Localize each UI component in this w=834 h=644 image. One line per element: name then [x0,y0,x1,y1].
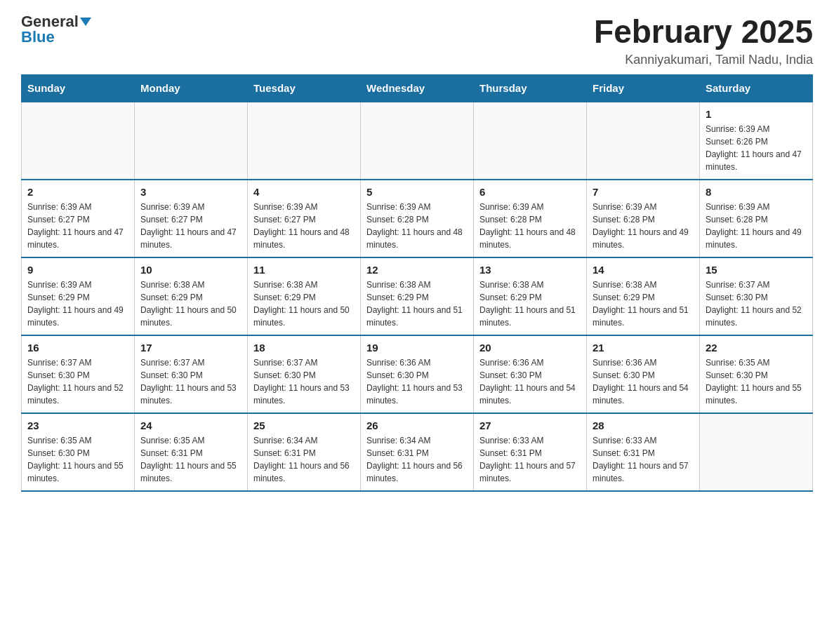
weekday-header-row: SundayMondayTuesdayWednesdayThursdayFrid… [22,74,813,102]
logo-triangle-icon [80,18,91,26]
day-number: 23 [27,420,128,431]
day-number: 4 [253,186,355,198]
logo: General Blue [21,14,91,45]
day-number: 26 [366,420,468,431]
day-number: 27 [479,420,581,431]
logo-general-text: General [21,14,79,29]
day-info: Sunrise: 6:34 AM Sunset: 6:31 PM Dayligh… [366,434,468,485]
calendar-cell: 27Sunrise: 6:33 AM Sunset: 6:31 PM Dayli… [474,413,587,491]
weekday-header-tuesday: Tuesday [248,74,361,102]
calendar-cell: 23Sunrise: 6:35 AM Sunset: 6:30 PM Dayli… [22,413,135,491]
calendar-cell [22,102,135,180]
calendar-cell: 4Sunrise: 6:39 AM Sunset: 6:27 PM Daylig… [248,180,361,257]
day-number: 21 [593,342,694,354]
calendar-cell: 9Sunrise: 6:39 AM Sunset: 6:29 PM Daylig… [22,257,135,335]
day-info: Sunrise: 6:39 AM Sunset: 6:27 PM Dayligh… [27,201,128,251]
title-block: February 2025 Kanniyakumari, Tamil Nadu,… [594,14,813,67]
calendar-cell: 1Sunrise: 6:39 AM Sunset: 6:26 PM Daylig… [700,102,813,180]
day-info: Sunrise: 6:38 AM Sunset: 6:29 PM Dayligh… [479,279,581,329]
calendar-cell: 20Sunrise: 6:36 AM Sunset: 6:30 PM Dayli… [474,335,587,413]
day-info: Sunrise: 6:35 AM Sunset: 6:30 PM Dayligh… [27,434,128,485]
day-info: Sunrise: 6:36 AM Sunset: 6:30 PM Dayligh… [593,356,694,407]
day-number: 20 [479,342,581,354]
calendar-cell: 11Sunrise: 6:38 AM Sunset: 6:29 PM Dayli… [248,257,361,335]
day-number: 17 [140,342,241,354]
calendar-cell: 14Sunrise: 6:38 AM Sunset: 6:29 PM Dayli… [587,257,700,335]
logo-blue-text: Blue [21,29,55,45]
day-number: 6 [479,186,581,198]
day-info: Sunrise: 6:38 AM Sunset: 6:29 PM Dayligh… [140,279,241,329]
day-number: 13 [479,264,581,276]
day-info: Sunrise: 6:39 AM Sunset: 6:28 PM Dayligh… [366,201,468,251]
day-info: Sunrise: 6:36 AM Sunset: 6:30 PM Dayligh… [479,356,581,407]
day-info: Sunrise: 6:35 AM Sunset: 6:31 PM Dayligh… [140,434,241,485]
day-number: 10 [140,264,241,276]
day-info: Sunrise: 6:34 AM Sunset: 6:31 PM Dayligh… [253,434,355,485]
calendar-cell: 3Sunrise: 6:39 AM Sunset: 6:27 PM Daylig… [135,180,248,257]
calendar-cell: 25Sunrise: 6:34 AM Sunset: 6:31 PM Dayli… [248,413,361,491]
calendar-cell: 16Sunrise: 6:37 AM Sunset: 6:30 PM Dayli… [22,335,135,413]
calendar-cell: 21Sunrise: 6:36 AM Sunset: 6:30 PM Dayli… [587,335,700,413]
day-info: Sunrise: 6:39 AM Sunset: 6:28 PM Dayligh… [479,201,581,251]
weekday-header-monday: Monday [135,74,248,102]
day-info: Sunrise: 6:33 AM Sunset: 6:31 PM Dayligh… [593,434,694,485]
calendar-cell: 13Sunrise: 6:38 AM Sunset: 6:29 PM Dayli… [474,257,587,335]
month-title: February 2025 [594,14,813,50]
day-info: Sunrise: 6:38 AM Sunset: 6:29 PM Dayligh… [593,279,694,329]
day-number: 25 [253,420,355,431]
day-number: 5 [366,186,468,198]
day-info: Sunrise: 6:37 AM Sunset: 6:30 PM Dayligh… [140,356,241,407]
calendar-cell: 19Sunrise: 6:36 AM Sunset: 6:30 PM Dayli… [361,335,474,413]
weekday-header-friday: Friday [587,74,700,102]
day-info: Sunrise: 6:39 AM Sunset: 6:27 PM Dayligh… [140,201,241,251]
day-number: 19 [366,342,468,354]
day-number: 15 [706,264,807,276]
day-number: 1 [706,108,807,120]
day-info: Sunrise: 6:38 AM Sunset: 6:29 PM Dayligh… [366,279,468,329]
day-number: 2 [27,186,128,198]
calendar-cell: 24Sunrise: 6:35 AM Sunset: 6:31 PM Dayli… [135,413,248,491]
day-info: Sunrise: 6:35 AM Sunset: 6:30 PM Dayligh… [706,356,807,407]
day-info: Sunrise: 6:36 AM Sunset: 6:30 PM Dayligh… [366,356,468,407]
calendar-cell: 26Sunrise: 6:34 AM Sunset: 6:31 PM Dayli… [361,413,474,491]
page-header: General Blue February 2025 Kanniyakumari… [21,14,813,67]
day-info: Sunrise: 6:39 AM Sunset: 6:28 PM Dayligh… [706,201,807,251]
day-number: 3 [140,186,241,198]
weekday-header-saturday: Saturday [700,74,813,102]
day-info: Sunrise: 6:39 AM Sunset: 6:27 PM Dayligh… [253,201,355,251]
calendar-cell [587,102,700,180]
calendar-cell [135,102,248,180]
day-number: 12 [366,264,468,276]
day-number: 7 [593,186,694,198]
day-number: 11 [253,264,355,276]
calendar-cell: 28Sunrise: 6:33 AM Sunset: 6:31 PM Dayli… [587,413,700,491]
calendar-cell: 15Sunrise: 6:37 AM Sunset: 6:30 PM Dayli… [700,257,813,335]
calendar-cell: 7Sunrise: 6:39 AM Sunset: 6:28 PM Daylig… [587,180,700,257]
calendar-cell [700,413,813,491]
day-number: 18 [253,342,355,354]
calendar-week-row: 23Sunrise: 6:35 AM Sunset: 6:30 PM Dayli… [22,413,813,491]
calendar-cell: 6Sunrise: 6:39 AM Sunset: 6:28 PM Daylig… [474,180,587,257]
calendar-cell: 8Sunrise: 6:39 AM Sunset: 6:28 PM Daylig… [700,180,813,257]
day-info: Sunrise: 6:37 AM Sunset: 6:30 PM Dayligh… [706,279,807,329]
day-info: Sunrise: 6:39 AM Sunset: 6:26 PM Dayligh… [706,123,807,173]
calendar-table: SundayMondayTuesdayWednesdayThursdayFrid… [21,74,813,492]
calendar-cell: 17Sunrise: 6:37 AM Sunset: 6:30 PM Dayli… [135,335,248,413]
day-number: 24 [140,420,241,431]
day-info: Sunrise: 6:38 AM Sunset: 6:29 PM Dayligh… [253,279,355,329]
calendar-cell: 22Sunrise: 6:35 AM Sunset: 6:30 PM Dayli… [700,335,813,413]
weekday-header-sunday: Sunday [22,74,135,102]
day-info: Sunrise: 6:37 AM Sunset: 6:30 PM Dayligh… [27,356,128,407]
day-info: Sunrise: 6:33 AM Sunset: 6:31 PM Dayligh… [479,434,581,485]
calendar-cell: 18Sunrise: 6:37 AM Sunset: 6:30 PM Dayli… [248,335,361,413]
calendar-cell [474,102,587,180]
calendar-cell: 12Sunrise: 6:38 AM Sunset: 6:29 PM Dayli… [361,257,474,335]
calendar-cell [361,102,474,180]
calendar-cell [248,102,361,180]
location-text: Kanniyakumari, Tamil Nadu, India [594,53,813,67]
calendar-week-row: 1Sunrise: 6:39 AM Sunset: 6:26 PM Daylig… [22,102,813,180]
day-info: Sunrise: 6:39 AM Sunset: 6:28 PM Dayligh… [593,201,694,251]
weekday-header-thursday: Thursday [474,74,587,102]
day-info: Sunrise: 6:37 AM Sunset: 6:30 PM Dayligh… [253,356,355,407]
calendar-week-row: 16Sunrise: 6:37 AM Sunset: 6:30 PM Dayli… [22,335,813,413]
